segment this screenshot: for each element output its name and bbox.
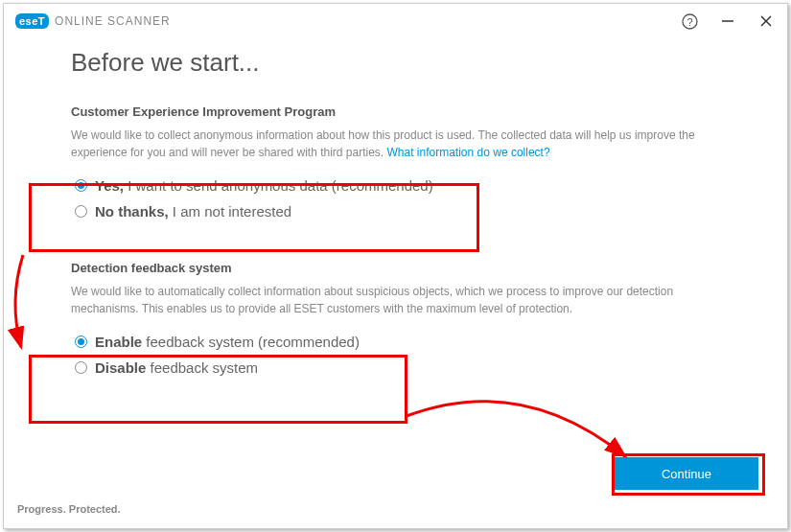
ceip-radios: Yes, I want to send anonymous data (reco… bbox=[71, 165, 720, 236]
continue-button[interactable]: Continue bbox=[615, 457, 758, 490]
radio-icon bbox=[75, 361, 87, 374]
radio-yes[interactable]: Yes, I want to send anonymous data (reco… bbox=[75, 173, 716, 198]
logo-text: ONLINE SCANNER bbox=[55, 14, 171, 28]
close-icon[interactable] bbox=[756, 12, 776, 31]
tagline: Progress. Protected. bbox=[17, 503, 121, 515]
ceip-desc: We would like to collect anonymous infor… bbox=[71, 127, 720, 161]
feedback-title: Detection feedback system bbox=[71, 261, 720, 275]
ceip-info-link[interactable]: What information do we collect? bbox=[387, 146, 550, 159]
ceip-title: Customer Experience Improvement Program bbox=[71, 104, 720, 119]
logo-badge: eseT bbox=[15, 13, 49, 29]
ceip-desc-text: We would like to collect anonymous infor… bbox=[71, 128, 695, 159]
section-feedback: Detection feedback system We would like … bbox=[71, 261, 720, 392]
minimize-icon[interactable] bbox=[718, 12, 737, 31]
radio-label: Enable feedback system (recommended) bbox=[95, 334, 360, 350]
help-icon[interactable]: ? bbox=[680, 12, 699, 31]
svg-text:?: ? bbox=[686, 15, 692, 27]
radio-icon bbox=[75, 205, 87, 218]
radio-disable[interactable]: Disable feedback system bbox=[75, 355, 716, 381]
radio-icon bbox=[75, 179, 87, 192]
radio-label: No thanks, I am not interested bbox=[95, 203, 291, 220]
window: eseT ONLINE SCANNER ? Before we start...… bbox=[3, 3, 788, 529]
radio-icon bbox=[75, 335, 87, 348]
content: Before we start... Customer Experience I… bbox=[4, 38, 787, 392]
feedback-radios: Enable feedback system (recommended) Dis… bbox=[71, 321, 720, 392]
logo: eseT ONLINE SCANNER bbox=[15, 13, 171, 29]
window-controls: ? bbox=[680, 12, 776, 31]
radio-label: Yes, I want to send anonymous data (reco… bbox=[95, 177, 433, 194]
page-title: Before we start... bbox=[71, 48, 720, 78]
titlebar: eseT ONLINE SCANNER ? bbox=[4, 4, 787, 38]
feedback-desc: We would like to automatically collect i… bbox=[71, 283, 720, 317]
radio-enable[interactable]: Enable feedback system (recommended) bbox=[75, 329, 716, 355]
radio-no[interactable]: No thanks, I am not interested bbox=[75, 198, 716, 224]
section-ceip: Customer Experience Improvement Program … bbox=[71, 104, 720, 236]
radio-label: Disable feedback system bbox=[95, 359, 258, 376]
